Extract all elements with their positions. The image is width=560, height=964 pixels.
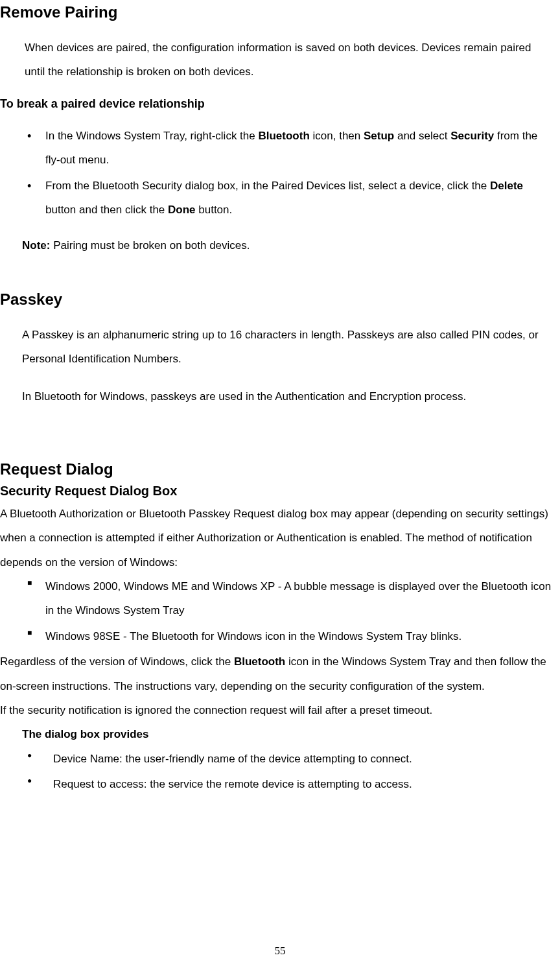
text: button and then click the: [45, 204, 168, 216]
list-item: Windows 98SE - The Bluetooth for Windows…: [25, 624, 554, 648]
ignored-paragraph: If the security notification is ignored …: [0, 698, 554, 722]
subheading-security-request: Security Request Dialog Box: [0, 480, 554, 502]
provides-list: Device Name: the user-friendly name of t…: [25, 747, 554, 797]
list-item: In the Windows System Tray, right-click …: [25, 124, 554, 172]
list-item: Windows 2000, Windows ME and Windows XP …: [25, 574, 554, 623]
intro-paragraph: When devices are paired, the configurati…: [25, 36, 554, 84]
note-text: Pairing must be broken on both devices.: [50, 239, 250, 252]
text: In the Windows System Tray, right-click …: [45, 130, 258, 142]
passkey-para-1: A Passkey is an alphanumeric string up t…: [22, 323, 554, 371]
heading-passkey: Passkey: [0, 290, 554, 309]
windows-version-list: Windows 2000, Windows ME and Windows XP …: [25, 574, 554, 648]
request-intro: A Bluetooth Authorization or Bluetooth P…: [0, 502, 554, 574]
bold-text: Setup: [364, 130, 394, 142]
subheading-break-relationship: To break a paired device relationship: [0, 97, 554, 111]
regardless-paragraph: Regardless of the version of Windows, cl…: [0, 650, 554, 698]
bold-text: Security: [450, 130, 494, 142]
section-passkey: Passkey A Passkey is an alphanumeric str…: [0, 290, 554, 408]
text: button.: [196, 204, 233, 216]
heading-request-dialog: Request Dialog: [0, 460, 554, 478]
bold-text: Done: [168, 204, 196, 216]
list-item: From the Bluetooth Security dialog box, …: [25, 174, 554, 222]
note-paragraph: Note: Pairing must be broken on both dev…: [22, 233, 554, 257]
list-item: Request to access: the service the remot…: [25, 772, 554, 796]
text: and select: [394, 130, 450, 142]
text: From the Bluetooth Security dialog box, …: [45, 180, 490, 192]
text: Regardless of the version of Windows, cl…: [0, 655, 234, 668]
bold-text: Bluetooth: [258, 130, 309, 142]
section-request-dialog: Request Dialog Security Request Dialog B…: [0, 460, 554, 797]
heading-remove-pairing: Remove Pairing: [0, 3, 554, 21]
text: icon, then: [310, 130, 364, 142]
bold-text: Bluetooth: [234, 655, 285, 668]
list-item: Device Name: the user-friendly name of t…: [25, 747, 554, 771]
bold-text: Delete: [490, 180, 523, 192]
note-label: Note:: [22, 239, 50, 252]
break-steps-list: In the Windows System Tray, right-click …: [25, 124, 554, 222]
passkey-para-2: In Bluetooth for Windows, passkeys are u…: [22, 384, 554, 408]
section-remove-pairing: Remove Pairing When devices are paired, …: [0, 3, 554, 258]
provides-heading: The dialog box provides: [22, 722, 554, 746]
page-number: 55: [0, 945, 560, 958]
